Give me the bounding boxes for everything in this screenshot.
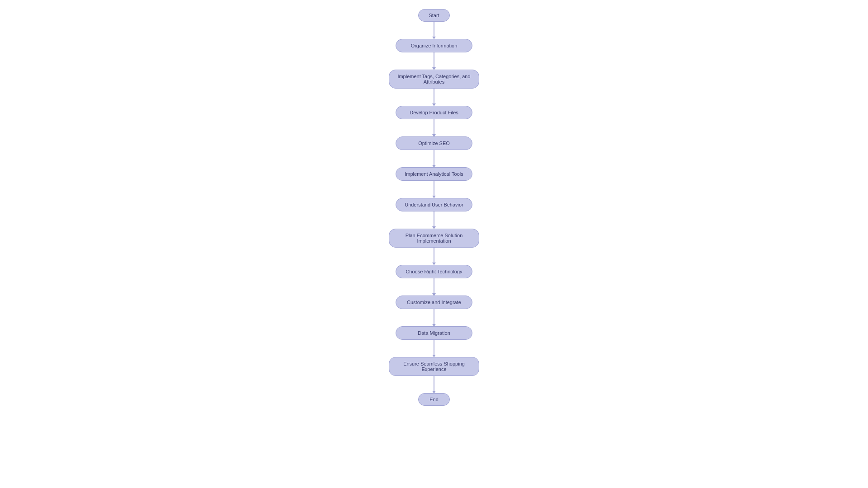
connector-data-migration <box>434 340 434 357</box>
connector-plan-ecommerce <box>434 248 434 265</box>
node-data-migration: Data Migration <box>396 326 472 340</box>
connector-optimize-seo <box>434 150 434 167</box>
node-optimize-seo: Optimize SEO <box>396 136 472 150</box>
node-customize-and-integrate: Customize and Integrate <box>396 296 472 309</box>
connector-understand-user-behavior <box>434 211 434 229</box>
node-plan-ecommerce: Plan Ecommerce Solution Implementation <box>389 229 479 248</box>
node-end: End <box>418 393 450 406</box>
flowchart: StartOrganize InformationImplement Tags,… <box>344 0 524 424</box>
connector-choose-right-technology <box>434 278 434 296</box>
node-develop-product-files: Develop Product Files <box>396 106 472 119</box>
connector-ensure-seamless <box>434 376 434 393</box>
node-understand-user-behavior: Understand User Behavior <box>396 198 472 211</box>
node-organize-information: Organize Information <box>396 39 472 52</box>
connector-organize-information <box>434 52 434 70</box>
connector-implement-analytical-tools <box>434 181 434 198</box>
node-choose-right-technology: Choose Right Technology <box>396 265 472 278</box>
connector-start <box>434 22 434 39</box>
connector-implement-tags <box>434 89 434 106</box>
node-ensure-seamless: Ensure Seamless Shopping Experience <box>389 357 479 376</box>
node-start: Start <box>418 9 450 22</box>
connector-customize-and-integrate <box>434 309 434 326</box>
node-implement-analytical-tools: Implement Analytical Tools <box>396 167 472 181</box>
node-implement-tags: Implement Tags, Categories, and Attribut… <box>389 70 479 89</box>
connector-develop-product-files <box>434 119 434 136</box>
